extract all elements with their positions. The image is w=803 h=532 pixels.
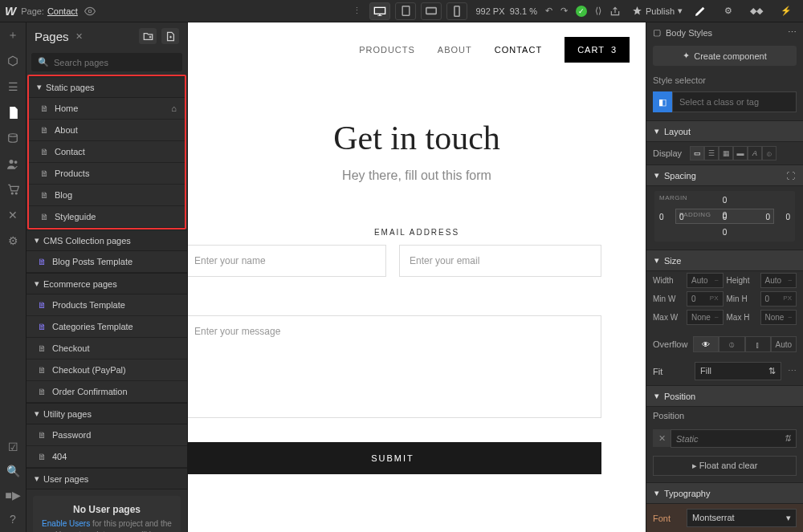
fit-select[interactable]: Fill⇅ [695, 362, 781, 380]
redo-icon[interactable]: ↷ [560, 6, 568, 16]
spacing-editor[interactable]: MARGIN 0 0 0 0 PADDING 0 0 0 0 [654, 191, 795, 242]
nav-about[interactable]: ABOUT [438, 45, 472, 55]
height-input[interactable]: Auto– [760, 273, 797, 288]
group-ecom-pages[interactable]: ▾ Ecommerce pages [26, 273, 187, 294]
message-textarea[interactable]: Enter your message [188, 315, 601, 418]
group-utility-pages[interactable]: ▾ Utility pages [26, 403, 187, 424]
interactions-tab-icon[interactable]: ◆◆ [750, 6, 763, 16]
spacing-expand-icon[interactable]: ⛶ [786, 171, 795, 181]
cms-icon[interactable] [5, 130, 21, 146]
float-clear-toggle[interactable]: ▸ Float and clear [653, 456, 797, 476]
inspector-menu-icon[interactable]: ⋯ [788, 27, 797, 38]
page-item-password[interactable]: 🗎Password [26, 424, 187, 446]
section-typography[interactable]: ▾ Typography [646, 482, 803, 504]
hero-subtitle: Hey there, fill out this form [204, 169, 630, 183]
display-flex-icon[interactable]: ☰ [704, 146, 719, 160]
style-tab-icon[interactable] [694, 5, 707, 18]
search-pages-input[interactable]: 🔍 Search pages [31, 53, 182, 71]
class-selector-input[interactable]: Select a class or tag [672, 91, 797, 112]
page-item-order-confirmation[interactable]: 🗎Order Confirmation [26, 381, 187, 403]
group-user-pages[interactable]: ▾ User pages [26, 468, 187, 489]
device-tablet-landscape-icon[interactable] [421, 2, 442, 20]
section-position[interactable]: ▾ Position [646, 385, 803, 407]
help-icon[interactable]: ? [5, 511, 21, 527]
settings-tab-icon[interactable]: ⚙ [724, 6, 732, 16]
new-folder-button[interactable] [139, 28, 157, 44]
navigator-icon[interactable]: ☰ [5, 79, 21, 95]
maxw-input[interactable]: None– [687, 310, 724, 325]
enable-users-link[interactable]: Enable Users [42, 519, 90, 528]
page-item-blog-template[interactable]: 🗎Blog Posts Template [26, 251, 187, 273]
page-item-products-template[interactable]: 🗎Products Template [26, 294, 187, 316]
page-item-404[interactable]: 🗎404 [26, 446, 187, 468]
search-icon: 🔍 [38, 57, 49, 67]
energy-tab-icon[interactable]: ⚡ [781, 6, 792, 16]
undo-icon[interactable]: ↶ [545, 6, 552, 16]
logic-icon[interactable]: ✕ [5, 207, 21, 223]
section-size[interactable]: ▾ Size [646, 250, 803, 271]
more-icon[interactable]: ⋮ [353, 6, 361, 16]
minw-input[interactable]: 0PX [687, 291, 724, 307]
overflow-scroll-icon[interactable]: ⫿ [745, 336, 771, 352]
display-inline-block-icon[interactable]: ▬ [733, 146, 748, 160]
new-page-button[interactable] [161, 28, 179, 44]
preview-icon[interactable] [84, 6, 96, 17]
nav-contact[interactable]: CONTACT [495, 45, 542, 55]
nav-products[interactable]: PRODUCTS [359, 45, 415, 55]
device-mobile-icon[interactable] [446, 2, 467, 20]
page-item-checkout[interactable]: 🗎Checkout [26, 338, 187, 359]
page-item-contact[interactable]: 🗎Contact [29, 141, 185, 163]
display-grid-icon[interactable]: ▦ [719, 146, 733, 160]
audit-icon[interactable]: ☑ [5, 439, 21, 455]
fit-more-icon[interactable]: ⋯ [788, 366, 797, 376]
page-item-about[interactable]: 🗎About [29, 120, 185, 141]
page-item-categories-template[interactable]: 🗎Categories Template [26, 316, 187, 338]
font-select[interactable]: Montserrat▾ [687, 509, 797, 527]
group-static-pages[interactable]: ▾ Static pages [29, 76, 185, 98]
ecommerce-icon[interactable] [5, 181, 21, 197]
display-inline-icon[interactable]: A [748, 146, 762, 160]
create-component-button[interactable]: ✦ Create component [653, 46, 797, 66]
box-icon[interactable] [5, 53, 21, 69]
find-icon[interactable]: 🔍 [5, 463, 21, 479]
position-select[interactable]: Static⇅ [671, 429, 797, 448]
code-icon[interactable]: ⟨⟩ [595, 6, 601, 16]
settings-rail-icon[interactable]: ⚙ [5, 233, 21, 249]
page-item-blog[interactable]: 🗎Blog [29, 185, 185, 206]
page-item-products[interactable]: 🗎Products [29, 163, 185, 185]
selector-icon[interactable]: ◧ [653, 91, 672, 112]
users-icon[interactable] [5, 156, 21, 172]
section-layout[interactable]: ▾ Layout [646, 120, 803, 142]
position-clear-icon[interactable]: ✕ [653, 429, 671, 447]
overflow-auto-button[interactable]: Auto [771, 336, 797, 352]
close-panel-icon[interactable]: ✕ [75, 31, 83, 42]
current-page-name[interactable]: Contact [47, 6, 78, 16]
page-item-home[interactable]: 🗎Home⌂ [29, 98, 185, 120]
video-icon[interactable]: ■▶ [5, 487, 21, 503]
svg-rect-1 [375, 7, 385, 14]
group-cms-pages[interactable]: ▾ CMS Collection pages [26, 229, 187, 251]
publish-button[interactable]: Publish ▾ [632, 6, 683, 16]
overflow-visible-icon[interactable]: 👁 [693, 336, 719, 352]
device-tablet-icon[interactable] [395, 2, 416, 20]
pages-icon[interactable] [5, 104, 21, 120]
width-input[interactable]: Auto– [687, 273, 724, 288]
email-input[interactable]: Enter your email [399, 245, 601, 277]
cart-button[interactable]: CART3 [565, 37, 630, 63]
add-element-icon[interactable]: ＋ [5, 27, 21, 43]
page-item-checkout-paypal[interactable]: 🗎Checkout (PayPal) [26, 359, 187, 381]
webflow-logo-icon[interactable]: W [5, 4, 16, 18]
display-block-icon[interactable]: ▭ [690, 146, 704, 160]
status-ok-icon[interactable]: ✓ [576, 6, 587, 17]
overflow-hidden-icon[interactable]: ⦶ [719, 336, 744, 352]
section-spacing[interactable]: ▾ Spacing⛶ [646, 164, 803, 186]
device-desktop-icon[interactable] [369, 2, 390, 20]
name-input[interactable]: Enter your name [188, 245, 386, 277]
maxh-input[interactable]: None– [760, 310, 797, 325]
submit-button[interactable]: SUBMIT [188, 442, 601, 474]
minh-input[interactable]: 0PX [760, 291, 797, 307]
display-none-icon[interactable]: ⦶ [762, 146, 777, 160]
export-icon[interactable] [609, 6, 621, 17]
page-item-styleguide[interactable]: 🗎Styleguide [29, 206, 185, 228]
design-canvas[interactable]: PRODUCTS ABOUT CONTACT CART3 Get in touc… [188, 22, 646, 532]
